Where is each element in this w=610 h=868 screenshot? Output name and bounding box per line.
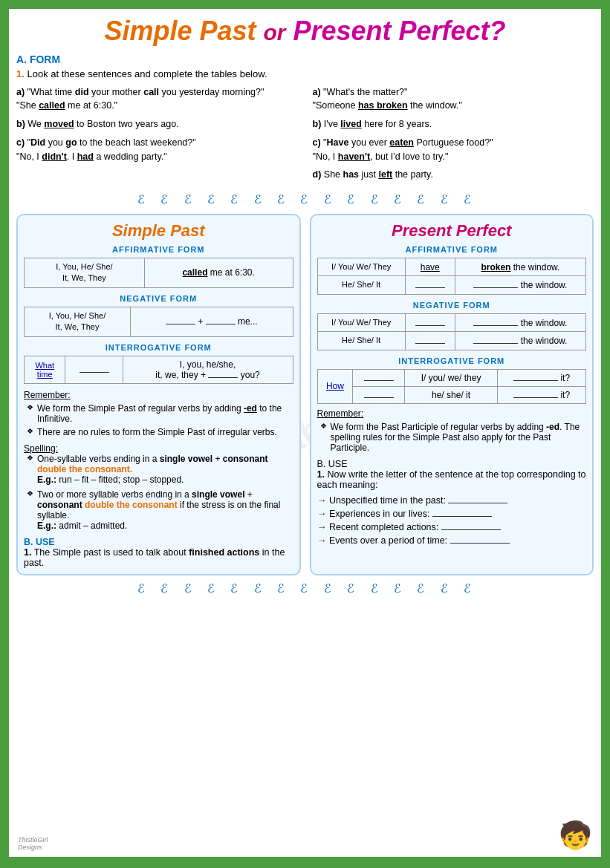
- right-sentence-c: c) "Have you ever eaten Portuguese food?…: [313, 136, 594, 164]
- example-sentences: a) "What time did your mother call you y…: [16, 85, 594, 187]
- left-b-text: We moved to Boston two years ago.: [27, 119, 178, 129]
- instruction-text: Look at these sentences and complete the…: [27, 68, 267, 79]
- pp-b-item-2: → Experiences in our lives:: [317, 508, 587, 519]
- right-sentence-b: b) I've lived here for 8 years.: [313, 117, 594, 131]
- logo-area: ThistleGirlDesigns: [18, 836, 48, 851]
- pp-b-use: B. USE 1. Now write the letter of the se…: [317, 459, 587, 546]
- pp-interrog-blank1: [353, 369, 405, 386]
- sp-spelling-title: Spelling:: [24, 443, 293, 454]
- pp-b-item-4: → Events over a period of time:: [317, 535, 587, 546]
- title-area: Simple Past or Present Perfect?: [16, 16, 594, 46]
- sp-neg-subject: I, You, He/ She/It, We, They: [25, 307, 131, 336]
- pp-interrogative-table: How I/ you/ we/ they it? he/ she/ it it?: [317, 369, 587, 404]
- pp-interrog-subj2: he/ she/ it: [404, 386, 497, 403]
- pp-aff-subj2: He/ She/ It: [317, 276, 405, 294]
- pp-neg-subj1: I/ You/ We/ They: [317, 313, 405, 331]
- present-perfect-box: Present Perfect AFFIRMATIVE FORM I/ You/…: [310, 214, 594, 575]
- left-sentence-c: c) "Did you go to the beach last weekend…: [16, 136, 298, 164]
- pp-negative-label: NEGATIVE FORM: [317, 301, 587, 310]
- left-sentence-b: b) We moved to Boston two years ago.: [16, 117, 298, 131]
- title-simple: Simple Past: [104, 16, 263, 46]
- left-c-label: c): [16, 137, 25, 148]
- pp-b-use-items: → Unspecified time in the past: → Experi…: [317, 495, 587, 546]
- sp-remember-list: We form the Simple Past of regular verbs…: [24, 403, 293, 437]
- left-c-text: "Did you go to the beach last weekend?": [27, 137, 196, 148]
- left-a-label: a): [16, 87, 25, 97]
- sp-spelling-item-1: One-syllable verbs ending in a single vo…: [27, 454, 293, 485]
- pp-neg-have1: [405, 313, 455, 331]
- sp-remember-item-1: We form the Simple Past of regular verbs…: [27, 403, 293, 424]
- pp-interrog-wh: How: [317, 369, 353, 403]
- bottom-curl-line: ℰ ℰ ℰ ℰ ℰ ℰ ℰ ℰ ℰ ℰ ℰ ℰ ℰ ℰ ℰ: [16, 581, 594, 595]
- right-sentences: a) "What's the matter?" "Someone has bro…: [313, 85, 594, 187]
- sp-affirmative-label: AFFIRMATIVE FORM: [24, 245, 293, 254]
- sp-remember: Remember: We form the Simple Past of reg…: [24, 390, 293, 437]
- pp-b-item-1: → Unspecified time in the past:: [317, 495, 587, 506]
- instruction-num: 1.: [16, 68, 25, 79]
- simple-past-box: Simple Past AFFIRMATIVE FORM I, You, He/…: [16, 214, 301, 575]
- pp-aff-pp2: the window.: [455, 276, 585, 294]
- simple-past-title: Simple Past: [24, 221, 293, 241]
- pp-negative-table: I/ You/ We/ They the window. He/ She/ It…: [317, 313, 587, 350]
- right-a-text2: "Someone has broken the window.": [313, 100, 462, 111]
- logo-text: ThistleGirlDesigns: [18, 836, 48, 851]
- right-a-text: "What's the matter?": [323, 87, 407, 97]
- instruction: 1. Look at these sentences and complete …: [16, 68, 594, 79]
- pp-b-use-instruction: Now write the letter of the sentence at …: [317, 469, 586, 490]
- right-c-text: "Have you ever eaten Portuguese food?": [323, 137, 493, 148]
- sp-interrogative-label: INTERROGATIVE FORM: [24, 343, 293, 352]
- pp-affirmative-table: I/ You/ We/ They have broken the window.…: [317, 258, 587, 295]
- right-sentence-d: d) She has just left the party.: [313, 168, 594, 182]
- pp-b-use-num: 1.: [317, 469, 325, 480]
- sp-remember-item-2: There are no rules to form the Simple Pa…: [27, 427, 293, 437]
- sp-neg-fill: + me...: [130, 307, 293, 336]
- pp-b-use-label: B. USE: [317, 459, 348, 469]
- sp-negative-table: I, You, He/ She/It, We, They + me...: [24, 307, 293, 337]
- tense-sections: Simple Past AFFIRMATIVE FORM I, You, He/…: [16, 214, 594, 575]
- pp-aff-subj1: I/ You/ We/ They: [317, 258, 405, 276]
- pp-affirmative-label: AFFIRMATIVE FORM: [317, 245, 587, 254]
- left-sentences: a) "What time did your mother call you y…: [16, 85, 298, 187]
- pp-interrog-fill2: it?: [498, 386, 586, 403]
- right-b-text: I've lived here for 8 years.: [324, 119, 432, 129]
- sp-remember-title: Remember:: [24, 390, 293, 400]
- title-question: ?: [490, 16, 506, 46]
- left-a-text: "What time did your mother call you yest…: [27, 87, 265, 97]
- pp-neg-have2: [405, 332, 455, 350]
- bottom-right-character: 🧒: [559, 820, 592, 851]
- pp-interrogative-label: INTERROGATIVE FORM: [317, 356, 587, 365]
- title-or: or: [263, 20, 285, 45]
- page-container: ELprintables.com Simple Past or Present …: [6, 6, 604, 860]
- pp-interrog-fill1: it?: [498, 369, 586, 386]
- right-a-label: a): [313, 87, 321, 97]
- right-b-label: b): [313, 119, 322, 129]
- sp-interrogative-table: Whattime I, you, he/she,it, we, they + y…: [24, 356, 293, 384]
- curl-line: ℰ ℰ ℰ ℰ ℰ ℰ ℰ ℰ ℰ ℰ ℰ ℰ ℰ ℰ ℰ: [16, 192, 594, 206]
- sp-spelling-item-2: Two or more syllable verbs ending in a s…: [27, 489, 293, 531]
- sp-affirmative-table: I, You, He/ She/It, We, They called me a…: [24, 258, 293, 288]
- pp-b-item-3: → Recent completed actions:: [317, 521, 587, 532]
- right-d-label: d): [313, 169, 322, 180]
- present-perfect-title: Present Perfect: [317, 221, 587, 241]
- right-d-text: She has just left the party.: [324, 169, 433, 180]
- right-sentence-a: a) "What's the matter?" "Someone has bro…: [313, 85, 594, 114]
- pp-remember-title: Remember:: [317, 408, 587, 419]
- pp-remember-item-1: We form the Past Participle of regular v…: [320, 422, 587, 453]
- sp-spelling-list: One-syllable verbs ending in a single vo…: [24, 454, 293, 531]
- pp-aff-have1: have: [405, 258, 455, 276]
- pp-neg-pp1: the window.: [455, 313, 585, 331]
- pp-remember-list: We form the Past Participle of regular v…: [317, 422, 587, 453]
- sp-b-use-text: The Simple past is used to talk about fi…: [24, 547, 285, 568]
- pp-interrog-subj1: I/ you/ we/ they: [404, 369, 497, 386]
- sp-spelling: Spelling: One-syllable verbs ending in a…: [24, 443, 293, 531]
- pp-neg-pp2: the window.: [455, 332, 585, 350]
- sp-aff-subject: I, You, He/ She/It, We, They: [25, 258, 145, 288]
- pp-aff-have2: [405, 276, 455, 294]
- pp-remember: Remember: We form the Past Participle of…: [317, 408, 587, 453]
- sp-wh-word: Whattime: [25, 356, 65, 383]
- sp-interrog-blank: [65, 356, 123, 383]
- sp-b-use-label: B. USE: [24, 537, 55, 547]
- pp-interrog-blank2: [353, 386, 405, 403]
- section-a-label: A. FORM: [16, 53, 594, 65]
- sp-b-use-num: 1.: [24, 547, 31, 558]
